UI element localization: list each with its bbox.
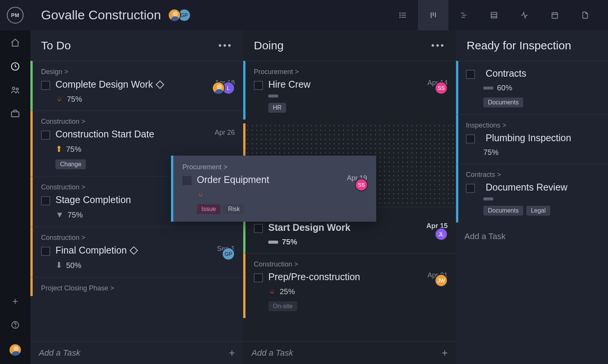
- task-card[interactable]: Procurement > Hire Crew Apr 14 HR SS: [243, 61, 456, 120]
- plus-icon: +: [229, 347, 235, 359]
- column-title: Ready for Inspection: [467, 39, 571, 52]
- project-title: Govalle Construction: [30, 8, 165, 22]
- dragging-card[interactable]: Procurement > Order Equipment Apr 19 Iss…: [171, 156, 376, 222]
- task-card[interactable]: Design > Complete Design Work Apr 18 75%…: [30, 61, 243, 110]
- arrow-down-icon: ⬇: [55, 260, 62, 270]
- card-breadcrumb[interactable]: Procurement >: [182, 163, 367, 171]
- tag[interactable]: On-site: [268, 301, 297, 311]
- svg-point-3: [400, 13, 401, 13]
- view-calendar-button[interactable]: [540, 0, 570, 30]
- task-checkbox[interactable]: [466, 134, 475, 143]
- card-avatars[interactable]: L: [215, 82, 235, 95]
- plus-icon[interactable]: [10, 296, 20, 306]
- card-title: Documents Review: [486, 182, 567, 193]
- task-checkbox[interactable]: [41, 81, 50, 90]
- tag[interactable]: Change: [55, 159, 86, 169]
- task-checkbox[interactable]: [254, 273, 263, 282]
- view-activity-button[interactable]: [509, 0, 540, 30]
- card-breadcrumb[interactable]: Construction >: [41, 234, 235, 242]
- column-title: Doing: [254, 39, 283, 52]
- task-card[interactable]: Project Closing Phase >: [30, 277, 243, 296]
- svg-point-26: [15, 327, 16, 327]
- tag[interactable]: Legal: [526, 206, 550, 216]
- dash-icon: [483, 197, 493, 200]
- tag[interactable]: HR: [268, 103, 286, 113]
- card-title: Order Equipment: [197, 174, 269, 185]
- task-card[interactable]: Construction > Final Completion Sep 1 ⬇5…: [30, 227, 243, 277]
- avatar[interactable]: JW: [435, 274, 448, 287]
- avatar[interactable]: JL: [435, 228, 448, 241]
- help-icon[interactable]: [10, 320, 20, 330]
- avatar[interactable]: [168, 9, 181, 22]
- avatar[interactable]: SS: [355, 178, 368, 191]
- project-avatars[interactable]: GP: [171, 9, 191, 22]
- column-menu-icon[interactable]: •••: [431, 40, 445, 51]
- task-checkbox[interactable]: [182, 176, 192, 185]
- view-switcher: [388, 0, 600, 30]
- task-card[interactable]: Inspections > Plumbing Inspection 75%: [456, 114, 608, 164]
- user-avatar[interactable]: [9, 344, 22, 356]
- add-task-button[interactable]: Add a Task: [456, 222, 608, 251]
- task-checkbox[interactable]: [254, 81, 263, 90]
- add-task-button[interactable]: Add a Task+: [243, 341, 456, 364]
- card-breadcrumb[interactable]: Construction >: [41, 118, 235, 126]
- plus-icon: +: [442, 347, 448, 359]
- task-checkbox[interactable]: [41, 131, 50, 140]
- view-gantt-button[interactable]: [448, 0, 479, 30]
- add-task-button[interactable]: Add a Task+: [30, 341, 243, 364]
- tag[interactable]: Risk: [223, 204, 244, 214]
- column-ready: Ready for Inspection Contracts 60% Docum…: [456, 30, 608, 364]
- task-checkbox[interactable]: [466, 184, 475, 193]
- side-rail: [0, 30, 30, 364]
- card-title: Final Completion: [55, 245, 137, 256]
- avatar[interactable]: GP: [222, 247, 235, 260]
- card-breadcrumb[interactable]: Design >: [41, 68, 235, 76]
- task-card[interactable]: Contracts > Documents Review DocumentsLe…: [456, 164, 608, 222]
- task-card[interactable]: Contracts 60% Documents: [456, 61, 608, 114]
- svg-rect-15: [552, 13, 558, 18]
- svg-point-21: [16, 88, 18, 90]
- home-icon[interactable]: [10, 38, 20, 48]
- task-checkbox[interactable]: [41, 196, 50, 205]
- tag[interactable]: Issue: [197, 204, 220, 214]
- dash-icon: [268, 95, 278, 98]
- recent-icon[interactable]: [10, 61, 20, 71]
- card-breadcrumb[interactable]: Construction >: [254, 260, 448, 268]
- card-breadcrumb[interactable]: Procurement >: [254, 68, 448, 76]
- flame-icon: [268, 287, 276, 296]
- tag[interactable]: Documents: [483, 206, 523, 216]
- svg-point-5: [400, 17, 401, 17]
- dash-icon: [483, 87, 493, 90]
- column-menu-icon[interactable]: •••: [218, 40, 233, 51]
- svg-point-4: [400, 15, 401, 16]
- logo[interactable]: PM: [0, 7, 30, 24]
- avatar[interactable]: SS: [435, 82, 448, 95]
- column-title: To Do: [41, 39, 71, 52]
- tag[interactable]: Documents: [483, 98, 523, 107]
- task-checkbox[interactable]: [466, 70, 475, 79]
- logo-text: PM: [7, 7, 24, 24]
- task-card[interactable]: Construction > Prep/Pre-construction Apr…: [243, 253, 456, 318]
- triangle-down-icon: ▼: [55, 210, 64, 220]
- task-checkbox[interactable]: [254, 224, 263, 233]
- view-board-button[interactable]: [418, 0, 448, 30]
- flame-icon: [55, 95, 63, 104]
- view-file-button[interactable]: [570, 0, 600, 30]
- card-title: Prep/Pre-construction: [268, 271, 360, 282]
- briefcase-icon[interactable]: [10, 109, 20, 118]
- card-title: Start Design Work: [268, 222, 350, 233]
- view-table-button[interactable]: [479, 0, 509, 30]
- card-title: Contracts: [486, 68, 526, 79]
- view-list-button[interactable]: [388, 0, 418, 30]
- svg-rect-12: [491, 12, 497, 18]
- people-icon[interactable]: [10, 85, 20, 95]
- card-title: Stage Completion: [55, 194, 131, 205]
- card-meta: 75%: [55, 95, 235, 104]
- card-title: Complete Design Work: [55, 79, 163, 90]
- card-title: Hire Crew: [268, 79, 310, 90]
- card-breadcrumb[interactable]: Inspections >: [466, 121, 600, 129]
- milestone-icon: [155, 80, 164, 89]
- card-breadcrumb[interactable]: Project Closing Phase >: [41, 284, 235, 292]
- card-breadcrumb[interactable]: Contracts >: [466, 171, 600, 179]
- task-checkbox[interactable]: [41, 247, 50, 256]
